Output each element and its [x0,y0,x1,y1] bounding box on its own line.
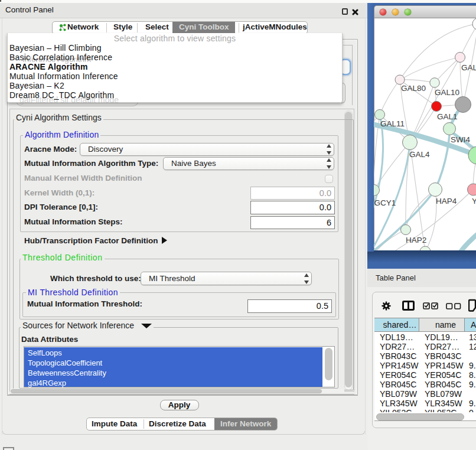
svg-text:HAP2: HAP2 [406,236,426,244]
svg-text:GAL11: GAL11 [380,119,405,128]
svg-text:YDR…: YDR… [472,197,476,206]
svg-text:GCY1: GCY1 [374,198,396,207]
svg-text:GAL4: GAL4 [409,150,430,159]
svg-text:GAL80: GAL80 [401,84,426,93]
svg-text:GAL1: GAL1 [437,112,458,121]
svg-text:GAL10: GAL10 [435,88,459,97]
svg-text:GAL2: GAL2 [461,63,476,72]
svg-text:SWI4: SWI4 [451,135,470,144]
svg-text:HAP4: HAP4 [436,197,457,206]
